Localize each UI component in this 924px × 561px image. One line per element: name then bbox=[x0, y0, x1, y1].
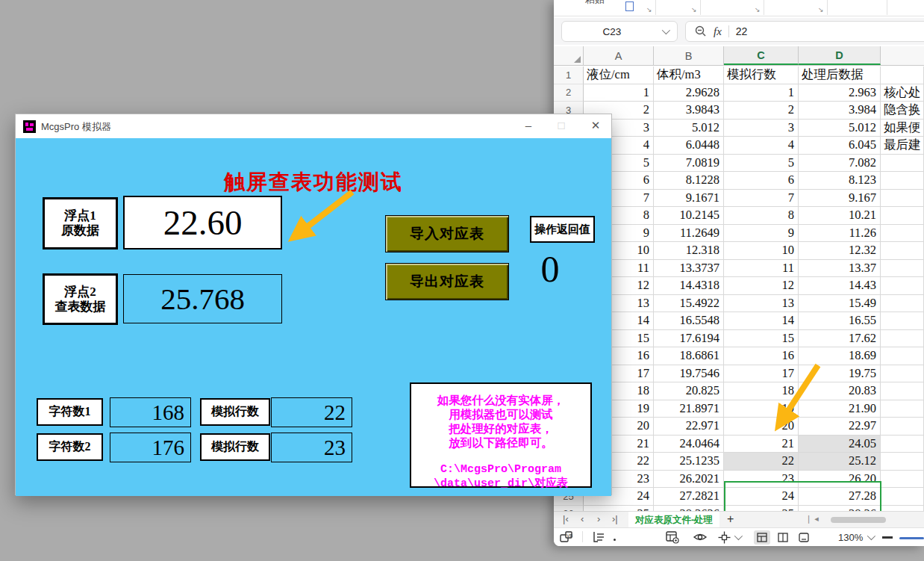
cell[interactable]: 24.0464 bbox=[654, 436, 724, 453]
cell[interactable]: 7.082 bbox=[799, 155, 881, 173]
cell[interactable]: 处理后数据 bbox=[799, 66, 881, 84]
float1-display[interactable]: 22.60 bbox=[123, 196, 282, 249]
cell[interactable]: 1 bbox=[584, 84, 654, 102]
eye-icon[interactable] bbox=[693, 531, 708, 543]
cell[interactable]: 2 bbox=[724, 102, 799, 120]
cell[interactable]: 6.0448 bbox=[654, 137, 724, 155]
cell[interactable]: 28.3636 bbox=[654, 506, 724, 512]
cell[interactable]: 24.05 bbox=[799, 436, 881, 453]
cell[interactable] bbox=[881, 330, 924, 348]
cell[interactable] bbox=[881, 172, 924, 190]
split-handle[interactable]: ❘ ◂ bbox=[805, 514, 819, 524]
cell[interactable]: 19.7546 bbox=[654, 365, 724, 383]
col-header-D[interactable]: D bbox=[799, 46, 881, 65]
cell[interactable]: 14.4318 bbox=[654, 277, 724, 295]
cell[interactable]: 3 bbox=[724, 120, 799, 137]
minimize-button[interactable]: – bbox=[519, 119, 537, 131]
cell[interactable]: 20.83 bbox=[799, 382, 881, 400]
cell[interactable]: 1 bbox=[724, 84, 799, 102]
view-page-layout-button[interactable] bbox=[775, 530, 791, 545]
cell[interactable]: 4 bbox=[724, 137, 799, 155]
cell[interactable]: 体积/m3 bbox=[654, 66, 724, 84]
col-header-C[interactable]: C bbox=[724, 46, 799, 65]
cell[interactable]: 2.963 bbox=[799, 84, 881, 102]
simrows1-value[interactable]: 22 bbox=[271, 397, 352, 427]
cell[interactable]: 25.12 bbox=[799, 453, 881, 471]
cell[interactable] bbox=[881, 277, 924, 295]
cell[interactable]: 5 bbox=[724, 155, 799, 173]
col-header-A[interactable]: A bbox=[584, 46, 654, 65]
cell[interactable]: 12 bbox=[724, 277, 799, 295]
cell[interactable] bbox=[881, 506, 924, 512]
cell[interactable]: 16 bbox=[724, 347, 799, 365]
cell[interactable]: 6.045 bbox=[799, 137, 881, 155]
cell[interactable] bbox=[881, 155, 924, 173]
cell[interactable]: 9.167 bbox=[799, 190, 881, 208]
cell[interactable]: 3.984 bbox=[799, 102, 881, 120]
dialog-launcher-icon[interactable]: ↘ bbox=[818, 6, 824, 13]
cell[interactable]: 最后建 bbox=[881, 137, 924, 155]
import-table-button[interactable]: 导入对应表 bbox=[385, 215, 509, 252]
cell[interactable]: 16.5548 bbox=[654, 312, 724, 330]
view-page-break-button[interactable] bbox=[796, 530, 812, 545]
cell[interactable] bbox=[881, 365, 924, 383]
close-button[interactable]: ✕ bbox=[587, 119, 605, 132]
next-sheet-icon[interactable]: › bbox=[597, 513, 600, 524]
cell[interactable]: 27.2821 bbox=[654, 488, 724, 506]
ribbon-paste-label[interactable]: 粘贴 bbox=[585, 0, 605, 7]
cell[interactable]: 12.318 bbox=[654, 242, 724, 260]
col-header-B[interactable]: B bbox=[654, 46, 724, 65]
paste-icon[interactable] bbox=[625, 1, 634, 11]
cell[interactable] bbox=[881, 453, 924, 471]
cell[interactable] bbox=[881, 312, 924, 330]
cell[interactable]: 11 bbox=[724, 260, 799, 278]
cell[interactable]: 15 bbox=[724, 330, 799, 348]
cell[interactable]: 15.49 bbox=[799, 295, 881, 313]
chevron-down-icon[interactable] bbox=[662, 26, 670, 34]
cell[interactable]: 8.123 bbox=[799, 172, 881, 190]
select-all-corner[interactable] bbox=[554, 46, 584, 65]
cell[interactable]: 8.1228 bbox=[654, 172, 724, 190]
cell[interactable]: 核心处 bbox=[881, 84, 924, 102]
chevron-down-icon[interactable] bbox=[734, 532, 743, 540]
cell[interactable] bbox=[881, 190, 924, 208]
cell[interactable]: 19 bbox=[724, 400, 799, 418]
cell[interactable] bbox=[881, 418, 924, 436]
cell[interactable]: 10.2145 bbox=[654, 207, 724, 225]
cell[interactable]: 26.2021 bbox=[654, 471, 724, 489]
cell[interactable] bbox=[881, 436, 924, 453]
export-table-button[interactable]: 导出对应表 bbox=[385, 263, 509, 300]
col-header-E[interactable] bbox=[881, 46, 924, 65]
cell[interactable]: 25 bbox=[584, 506, 654, 512]
charcount1-value[interactable]: 168 bbox=[110, 397, 191, 427]
cell[interactable]: 16.55 bbox=[799, 312, 881, 330]
cell[interactable]: 11.2649 bbox=[654, 225, 724, 243]
cell[interactable]: 2.9628 bbox=[654, 84, 724, 102]
charcount2-value[interactable]: 176 bbox=[110, 433, 191, 462]
cell[interactable]: 13.37 bbox=[799, 260, 881, 278]
cell[interactable] bbox=[881, 260, 924, 278]
cell[interactable] bbox=[881, 242, 924, 260]
prev-sheet-icon[interactable]: ‹ bbox=[581, 513, 584, 524]
sheet-tab-active[interactable]: 对应表原文件-处理 bbox=[628, 512, 719, 528]
cell[interactable]: 8 bbox=[724, 207, 799, 225]
outline-icon[interactable] bbox=[593, 531, 606, 543]
cell[interactable]: 液位/cm bbox=[584, 66, 654, 84]
maximize-button[interactable]: □ bbox=[552, 119, 570, 131]
name-box[interactable]: C23 bbox=[561, 21, 678, 42]
zoom-out-button[interactable] bbox=[882, 536, 893, 539]
cell[interactable]: 11.26 bbox=[799, 225, 881, 243]
cell[interactable]: 14.43 bbox=[799, 277, 881, 295]
zoom-chevron-icon[interactable] bbox=[867, 532, 875, 540]
zoom-out-icon[interactable] bbox=[695, 25, 707, 37]
cell[interactable]: 7.0819 bbox=[654, 155, 724, 173]
cell[interactable]: 22.971 bbox=[654, 418, 724, 436]
cell[interactable]: 7 bbox=[724, 190, 799, 208]
cell[interactable]: 9 bbox=[724, 225, 799, 243]
view-normal-button[interactable] bbox=[754, 530, 770, 545]
cell[interactable]: 21.90 bbox=[799, 400, 881, 418]
row-header[interactable]: 2 bbox=[554, 84, 584, 102]
cell[interactable]: 10 bbox=[724, 242, 799, 260]
row-header[interactable]: 26 bbox=[554, 506, 584, 512]
cell[interactable]: 13 bbox=[724, 295, 799, 313]
